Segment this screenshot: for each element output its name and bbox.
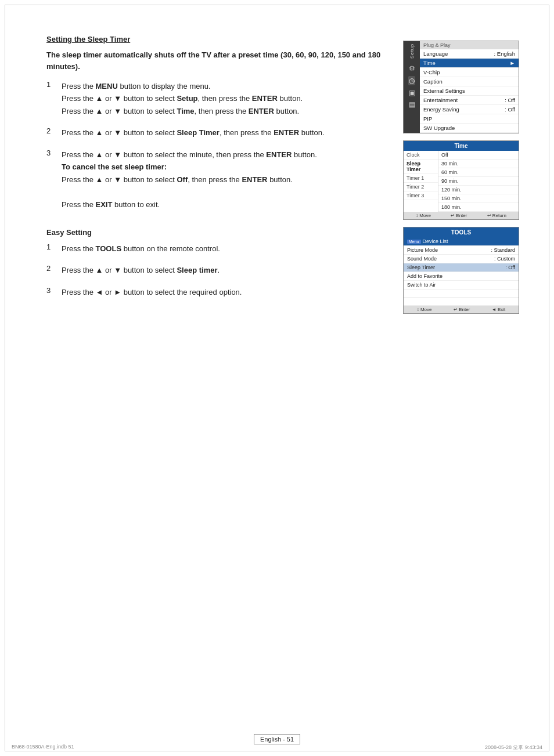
icon-clock: ◷ — [408, 76, 415, 85]
time-right-col: Off 30 min. 60 min. 90 min. 120 min. 150… — [438, 151, 519, 212]
tools-switch-air: Switch to Air — [404, 281, 519, 290]
tools-exit: ◄ Exit — [492, 307, 505, 312]
easy-steps-list: 1 Press the TOOLS button on the remote c… — [46, 243, 386, 298]
time-180: 180 min. — [438, 203, 519, 212]
tools-favorite: Add to Favorite — [404, 272, 519, 281]
time-move: ↕ Move — [416, 213, 431, 218]
plug-play-label: Plug & Play — [423, 42, 451, 48]
setup-menu-header: Plug & Play — [420, 41, 519, 49]
step-1: 1 Press the MENU button to display the m… — [46, 80, 386, 117]
icon-plug: ⚙ — [409, 64, 415, 73]
tools-picture-mode: Picture Mode: Standard — [404, 246, 519, 255]
time-off: Off — [438, 151, 519, 160]
menu-caption: Caption — [420, 77, 519, 86]
step-2-content: Press the ▲ or ▼ button to select Sleep … — [62, 126, 325, 139]
right-column: Setup ⚙ ◷ ▣ ▤ Plug & Play Language: Engl… — [403, 41, 519, 314]
menu-badge: Menu — [407, 240, 421, 244]
easy-setting-heading: Easy Setting — [46, 228, 386, 237]
time-30: 30 min. — [438, 160, 519, 168]
bottom-right-text: 2008-05-28 오후 9:43:34 — [485, 744, 542, 751]
tools-menu-screenshot: TOOLS MenuDevice List Picture Mode: Stan… — [403, 227, 519, 314]
tools-sleep-timer: Sleep Timer: Off — [404, 263, 519, 272]
menu-energy: Energy Saving: Off — [420, 105, 519, 114]
setup-content: Plug & Play Language: English Time► V-Ch… — [420, 41, 519, 133]
step-1-num: 1 — [46, 80, 56, 89]
tools-empty1 — [404, 290, 519, 298]
bottom-left-text: BN68-01580A-Eng.indb 51 — [12, 744, 74, 751]
setup-sidebar: Setup ⚙ ◷ ▣ ▤ — [404, 41, 420, 133]
easy-step-2: 2 Press the ▲ or ▼ button to select Slee… — [46, 264, 386, 276]
time-clock: Clock — [404, 151, 438, 160]
easy-step-2-num: 2 — [46, 264, 56, 273]
steps-list: 1 Press the MENU button to display the m… — [46, 80, 386, 211]
menu-time: Time► — [420, 59, 519, 68]
time-menu-body: Clock Sleep Timer Timer 1 Timer 2 Timer … — [404, 151, 519, 212]
menu-pip: PIP — [420, 114, 519, 124]
tools-footer: ↕ Move ↵ Enter ◄ Exit — [404, 306, 519, 313]
easy-step-2-content: Press the ▲ or ▼ button to select Sleep … — [62, 264, 220, 276]
menu-external: External Settings — [420, 86, 519, 96]
easy-step-3-content: Press the ◄ or ► button to select the re… — [62, 286, 242, 298]
bottom-bar: BN68-01580A-Eng.indb 51 2008-05-28 오후 9:… — [0, 744, 554, 751]
time-150: 150 min. — [438, 194, 519, 203]
step-1-content: Press the MENU button to display the men… — [62, 80, 303, 117]
time-left-col: Clock Sleep Timer Timer 1 Timer 2 Timer … — [404, 151, 438, 212]
menu-sw: SW Upgrade — [420, 124, 519, 133]
step-2: 2 Press the ▲ or ▼ button to select Slee… — [46, 126, 386, 139]
step-2-num: 2 — [46, 126, 56, 135]
left-column: Setting the Sleep Timer The sleep timer … — [46, 35, 386, 314]
tools-device-list: MenuDevice List — [404, 237, 519, 246]
menu-language: Language: English — [420, 49, 519, 59]
easy-step-3: 3 Press the ◄ or ► button to select the … — [46, 286, 386, 298]
easy-step-1-num: 1 — [46, 243, 56, 251]
easy-setting-section: Easy Setting 1 Press the TOOLS button on… — [46, 228, 386, 298]
easy-step-1: 1 Press the TOOLS button on the remote c… — [46, 243, 386, 255]
time-timer3: Timer 3 — [404, 191, 438, 200]
icon-caption: ▤ — [409, 100, 415, 108]
step-3-content: Press the ▲ or ▼ button to select the mi… — [62, 149, 317, 211]
easy-step-3-num: 3 — [46, 286, 56, 295]
time-90: 90 min. — [438, 177, 519, 186]
step-3: 3 Press the ▲ or ▼ button to select the … — [46, 149, 386, 211]
menu-vchip: V-Chip — [420, 68, 519, 77]
tools-empty2 — [404, 298, 519, 306]
page-footer: English - 51 — [0, 734, 554, 744]
tools-move: ↕ Move — [417, 307, 432, 312]
time-timer1: Timer 1 — [404, 174, 438, 183]
section-heading: Setting the Sleep Timer — [46, 35, 386, 44]
time-return: ↩ Return — [487, 213, 506, 218]
time-60: 60 min. — [438, 168, 519, 177]
tools-title: TOOLS — [404, 227, 519, 237]
time-footer: ↕ Move ↵ Enter ↩ Return — [404, 212, 519, 219]
tools-enter: ↵ Enter — [454, 307, 470, 312]
time-menu-title: Time — [404, 141, 519, 151]
setup-menu-screenshot: Setup ⚙ ◷ ▣ ▤ Plug & Play Language: Engl… — [403, 41, 519, 133]
step-3-num: 3 — [46, 149, 56, 157]
intro-text: The sleep timer automatically shuts off … — [46, 49, 386, 72]
time-enter: ↵ Enter — [451, 213, 467, 218]
time-sleep: Sleep Timer — [404, 160, 438, 174]
easy-step-1-content: Press the TOOLS button on the remote con… — [62, 243, 220, 255]
time-120: 120 min. — [438, 186, 519, 194]
time-menu-screenshot: Time Clock Sleep Timer Timer 1 Timer 2 T… — [403, 140, 519, 220]
icon-chip: ▣ — [409, 89, 415, 97]
time-timer2: Timer 2 — [404, 183, 438, 191]
tools-sound-mode: Sound Mode: Custom — [404, 255, 519, 263]
footer-badge: English - 51 — [254, 734, 300, 744]
sidebar-label: Setup — [409, 44, 415, 59]
menu-entertainment: Entertainment: Off — [420, 96, 519, 105]
